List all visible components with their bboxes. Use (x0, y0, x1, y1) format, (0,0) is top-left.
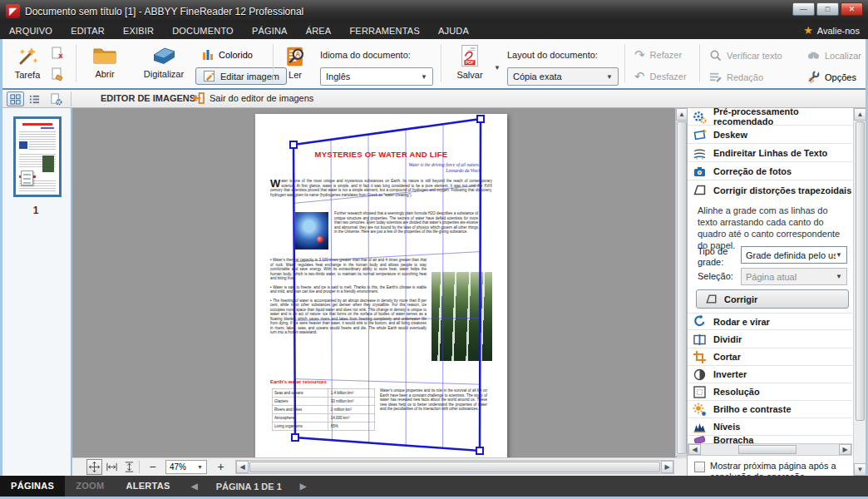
menu-editar[interactable]: EDITAR (62, 22, 114, 39)
previous-page-arrow[interactable]: ◀ (191, 482, 198, 491)
find-button[interactable]: Localizar (807, 49, 861, 62)
read-button[interactable]: A Ler (277, 45, 313, 80)
scroll-up-arrow[interactable]: ▲ (676, 108, 688, 121)
image-canvas[interactable]: MYSTERIES OF WATER AND LIFE Water is the… (72, 108, 675, 457)
scan-button[interactable]: Digitalizar (134, 45, 194, 79)
tab-paginas[interactable]: PÁGINAS (0, 476, 65, 497)
panel-vertical-scrollbar[interactable]: ▲ ▼ (853, 108, 866, 476)
exit-image-editor-label: Sair do editor de imagens (210, 93, 313, 103)
grid-corner-handles[interactable] (290, 116, 484, 454)
tool-straighten-text-lines[interactable]: Endireitar Linhas de Texto (688, 145, 852, 162)
scroll-right-arrow[interactable]: ▶ (839, 444, 851, 455)
save-button[interactable]: PDF Salvar (448, 44, 491, 80)
options-button[interactable]: Opções (807, 71, 856, 83)
close-page-button[interactable]: × (48, 44, 68, 62)
maximize-button[interactable]: □ (816, 2, 839, 16)
page-properties-button[interactable] (47, 91, 65, 106)
apply-correction-button[interactable]: Corrigir (696, 289, 849, 309)
page-gear-icon (50, 93, 62, 106)
menu-exibir[interactable]: EXIBIR (114, 22, 163, 39)
tool-brightness-contrast[interactable]: Brilho e contraste (688, 401, 852, 418)
next-page-arrow[interactable]: ▶ (300, 482, 307, 491)
color-mode-label: Colorido (219, 50, 253, 60)
open-button[interactable]: Abrir (84, 45, 126, 79)
details-view-button[interactable] (26, 91, 43, 106)
scrollbar-thumb[interactable] (856, 121, 865, 421)
scrollbar-thumb[interactable] (738, 445, 796, 454)
page-indicator: PÁGINA 1 DE 1 (216, 482, 282, 492)
scrollbar-thumb[interactable] (677, 121, 687, 454)
title-bar: ◤ Documento sem título [1] - ABBYY FineR… (0, 0, 868, 22)
tool-photo-correction[interactable]: Correção de fotos (688, 163, 852, 180)
tool-resolution[interactable]: Resolução (688, 383, 852, 401)
undo-button[interactable]: ↶ Desfazer (634, 71, 687, 82)
verify-text-label: Verificar texto (727, 51, 782, 61)
canvas-horizontal-scrollbar[interactable]: ◀ ▶ (235, 460, 674, 474)
tool-correct-trapezoid-distortions[interactable]: Corrigir distorções trapezoidais (688, 181, 852, 199)
scroll-up-arrow[interactable]: ▲ (854, 108, 866, 121)
redaction-button[interactable]: Redação (709, 71, 763, 83)
selection-select[interactable]: Página atual ▼ (741, 268, 847, 285)
page-broom-icon (51, 67, 66, 82)
color-mode-button[interactable]: Colorido (202, 49, 253, 61)
trapezoid-correction-grid[interactable] (72, 108, 675, 457)
exit-arrow-icon (192, 91, 205, 105)
close-button[interactable]: ✕ (841, 2, 863, 16)
show-next-page-checkbox[interactable] (694, 462, 705, 472)
tool-recommended-preprocessing[interactable]: Pré-processamento recomendado (688, 108, 852, 126)
zoom-out-button[interactable]: − (145, 459, 160, 475)
menu-ajuda[interactable]: AJUDA (429, 22, 478, 39)
tab-zoom[interactable]: ZOOM (65, 476, 115, 497)
menu-ferramentas[interactable]: FERRAMENTAS (340, 22, 429, 39)
tool-label: Resolução (713, 387, 760, 397)
fit-page-button[interactable] (86, 459, 102, 475)
scroll-right-arrow[interactable]: ▶ (661, 461, 673, 473)
menu-documento[interactable]: DOCUMENTO (163, 22, 243, 39)
menu-bar: ARQUIVO EDITAR EXIBIR DOCUMENTO PÁGINA Á… (0, 22, 868, 39)
tool-levels[interactable]: Níveis (688, 418, 852, 436)
panel-horizontal-scrollbar[interactable]: ◀ ▶ (688, 443, 852, 456)
tool-eraser[interactable]: Borracha (688, 436, 852, 443)
tool-deskew[interactable]: Deskew (688, 126, 852, 144)
scrollbar-thumb[interactable] (249, 462, 660, 472)
pdf-file-icon: PDF (458, 44, 481, 68)
grid-type-select[interactable]: Grade definida pelo usuário ▼ (741, 246, 847, 264)
tool-rotate-flip[interactable]: Rodar e virar (688, 313, 852, 330)
minimize-button[interactable]: — (792, 2, 815, 16)
canvas-vertical-scrollbar[interactable]: ▲ ▼ (675, 108, 687, 469)
scroll-left-arrow[interactable]: ◀ (688, 444, 701, 455)
fit-width-button[interactable] (104, 459, 120, 475)
task-label: Tarefa (7, 70, 47, 80)
magnifier-icon (709, 49, 722, 62)
scroll-down-arrow[interactable]: ▼ (854, 463, 866, 476)
gears-icon (693, 110, 707, 124)
thumbnails-view-button[interactable] (7, 91, 24, 106)
tool-label: Dividir (713, 334, 742, 344)
list-view-icon (29, 94, 40, 105)
rate-us-button[interactable]: ★ Avalie-nos (803, 22, 860, 39)
doc-language-select[interactable]: Inglês ▼ (320, 67, 433, 86)
clean-page-button[interactable] (48, 66, 68, 84)
redo-button[interactable]: ↷ Refazer (634, 49, 682, 61)
verify-text-button[interactable]: Verificar texto (709, 49, 782, 62)
doc-layout-caption: Layout do documento: (507, 50, 598, 60)
page-thumbnail[interactable] (13, 116, 62, 197)
tool-split[interactable]: Dividir (688, 331, 852, 348)
menu-area[interactable]: ÁREA (297, 22, 341, 39)
tool-invert[interactable]: Inverter (688, 366, 852, 383)
scroll-left-arrow[interactable]: ◀ (236, 461, 249, 473)
tool-crop[interactable]: Cortar (688, 348, 852, 366)
trapezoid-icon (705, 293, 718, 305)
tab-alertas[interactable]: ALERTAS (115, 476, 180, 497)
save-dropdown-arrow[interactable]: ▼ (494, 64, 501, 72)
zoom-in-button[interactable]: + (214, 459, 228, 475)
menu-pagina[interactable]: PÁGINA (243, 22, 297, 39)
exit-image-editor-button[interactable]: Sair do editor de imagens (192, 91, 313, 105)
task-button[interactable]: Tarefa (7, 45, 47, 80)
menu-arquivo[interactable]: ARQUIVO (0, 22, 62, 39)
doc-layout-select[interactable]: Cópia exata ▼ (507, 67, 619, 86)
grid-outline[interactable] (293, 119, 481, 451)
zoom-level-select[interactable]: 47% ▼ (165, 460, 207, 474)
redaction-icon (709, 71, 722, 83)
fit-height-button[interactable] (121, 459, 137, 475)
